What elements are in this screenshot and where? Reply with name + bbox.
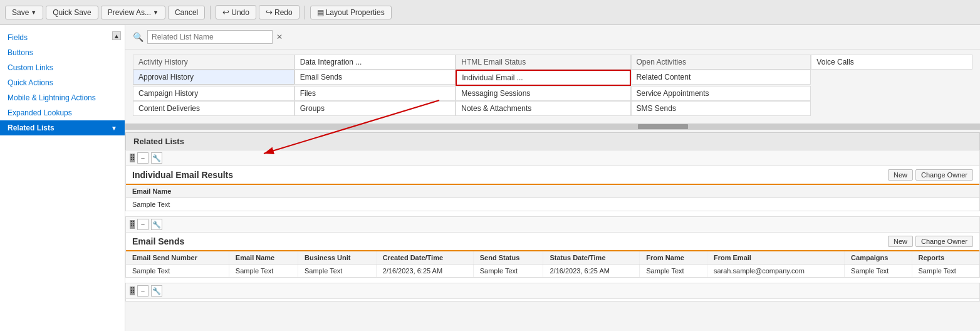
grid-table: Activity HistoryData Integration ...HTML… — [133, 55, 972, 116]
grid-row: Activity HistoryData Integration ...HTML… — [133, 55, 972, 70]
layout-icon: ▤ — [317, 8, 324, 17]
grid-cell-open-activities[interactable]: Open Activities — [631, 55, 811, 70]
grid-cell-notes-attachments[interactable]: Notes & Attachments — [456, 101, 630, 116]
drag-handle-2[interactable]: ⠿ — [130, 220, 135, 229]
divider1 — [210, 6, 211, 19]
quick-save-button[interactable]: Quick Save — [46, 6, 98, 19]
list-block-2-header-row: Email Send Number Email Name Business Un… — [126, 251, 979, 265]
grid-cell-voice-calls[interactable]: Voice Calls — [811, 55, 972, 70]
list-block-1-title-bar: Individual Email Results New Change Owne… — [126, 166, 979, 185]
grid-cell-data-integration[interactable]: Data Integration ... — [295, 55, 456, 70]
list-block-2-table: Email Send Number Email Name Business Un… — [126, 251, 979, 277]
col-from-email: From Email — [707, 251, 844, 265]
save-label: Save — [12, 8, 29, 17]
sidebar-item-related-lists[interactable]: Related Lists ▼ — [0, 120, 125, 135]
list-block-1-actions: New Change Owner — [888, 169, 973, 181]
sidebar-item-fields[interactable]: Fields — [0, 30, 125, 45]
table-row: Sample Text Sample Text Sample Text 2/16… — [126, 265, 979, 278]
table-row: Sample Text — [126, 198, 979, 211]
sidebar-item-custom-links[interactable]: Custom Links — [0, 60, 125, 75]
main-container: ▲ Fields Buttons Custom Links Quick Acti… — [0, 25, 980, 331]
list-block-2-remove-btn[interactable]: − — [137, 219, 149, 230]
list-block-2-new-btn[interactable]: New — [888, 236, 913, 247]
cell-email-send-number: Sample Text — [126, 265, 229, 278]
save-button[interactable]: Save ▼ — [5, 6, 43, 19]
drag-handle-1[interactable]: ⠿ — [130, 154, 135, 162]
cell-campaigns: Sample Text — [845, 265, 912, 278]
cell-from-name: Sample Text — [640, 265, 707, 278]
grid-cell-files[interactable]: Files — [295, 86, 456, 101]
preview-dropdown-arrow: ▼ — [153, 9, 159, 16]
grid-cell-approval-history[interactable]: Approval History — [133, 70, 295, 85]
list-block-individual-email: ⠿ − 🔧 Individual Email Results — [125, 150, 980, 211]
list-block-1-table: Email Name Sample Text — [126, 185, 979, 211]
layout-properties-button[interactable]: ▤ Layout Properties — [310, 6, 392, 19]
list-block-2-actions: New Change Owner — [888, 236, 973, 247]
horizontal-scrollbar[interactable] — [125, 123, 980, 130]
cancel-button[interactable]: Cancel — [168, 6, 205, 19]
grid-cell-campaign-history[interactable]: Campaign History — [133, 86, 295, 101]
grid-row: Approval HistoryEmail SendsIndividual Em… — [133, 70, 972, 86]
grid-row: Campaign HistoryFilesMessaging SessionsS… — [133, 86, 972, 101]
quick-find-clear-button[interactable]: ✕ — [276, 33, 283, 41]
list-block-1-settings-btn[interactable]: 🔧 — [151, 152, 162, 164]
grid-cell-individual-email[interactable]: Individual Email ... — [456, 70, 630, 86]
sidebar-item-expanded-lookups[interactable]: Expanded Lookups — [0, 105, 125, 120]
list-block-email-sends: ⠿ − 🔧 Email Sends New Change Owner Email… — [125, 216, 980, 278]
grid-cell-html-email-status[interactable]: HTML Email Status — [456, 55, 630, 70]
list-block-1-remove-btn[interactable]: − — [137, 152, 149, 164]
grid-cell-groups[interactable]: Groups — [295, 101, 456, 116]
grid-cell-content-deliveries[interactable]: Content Deliveries — [133, 101, 295, 116]
sidebar: ▲ Fields Buttons Custom Links Quick Acti… — [0, 25, 125, 331]
drag-handle-3[interactable]: ⠿ — [130, 286, 135, 295]
redo-label: Redo — [274, 8, 293, 17]
list-block-2-change-owner-btn[interactable]: Change Owner — [915, 236, 973, 247]
sidebar-dropdown-icon: ▼ — [111, 125, 117, 132]
list-block-2-settings-btn[interactable]: 🔧 — [151, 219, 162, 230]
list-block-1-new-btn[interactable]: New — [888, 169, 913, 181]
related-lists-section-header: Related Lists — [125, 132, 980, 150]
list-block-1-title: Individual Email Results — [132, 170, 233, 180]
preview-as-label: Preview As... — [108, 8, 151, 17]
right-panel: 🔍 ✕ Activity HistoryData Integration ...… — [125, 25, 980, 331]
list-block-3: ⠿ − 🔧 — [125, 283, 980, 302]
cancel-label: Cancel — [175, 8, 198, 17]
grid-cell-sms-sends[interactable]: SMS Sends — [631, 101, 811, 116]
preview-as-button[interactable]: Preview As... ▼ — [101, 6, 165, 19]
search-icon: 🔍 — [133, 32, 143, 42]
sidebar-item-buttons[interactable]: Buttons — [0, 45, 125, 60]
grid-cell-related-content[interactable]: Related Content — [631, 70, 811, 85]
list-block-2-toolbar: ⠿ − 🔧 — [126, 217, 979, 233]
grid-cell-messaging-sessions[interactable]: Messaging Sessions — [456, 86, 630, 101]
sidebar-item-mobile-lightning[interactable]: Mobile & Lightning Actions — [0, 90, 125, 105]
redo-icon: ↪ — [266, 8, 273, 17]
undo-icon: ↩ — [222, 8, 229, 17]
grid-cell-service-appointments[interactable]: Service Appointments — [631, 86, 811, 101]
list-block-3-remove-btn[interactable]: − — [137, 285, 149, 297]
sidebar-item-quick-actions[interactable]: Quick Actions — [0, 75, 125, 90]
quick-save-label: Quick Save — [53, 8, 91, 17]
cell-reports: Sample Text — [912, 265, 979, 278]
grid-cell-activity-history[interactable]: Activity History — [133, 55, 295, 70]
col-email-send-number: Email Send Number — [126, 251, 229, 265]
quick-find-input[interactable] — [147, 30, 273, 44]
cell-send-status: Sample Text — [473, 265, 543, 278]
col-business-unit: Business Unit — [298, 251, 377, 265]
undo-button[interactable]: ↩ Undo — [216, 5, 256, 19]
grid-cell-email-sends[interactable]: Email Sends — [295, 70, 456, 85]
cell-created-date: 2/16/2023, 6:25 AM — [376, 265, 473, 278]
list-block-1-change-owner-btn[interactable]: Change Owner — [915, 169, 973, 181]
scroll-thumb — [638, 124, 688, 129]
cell-business-unit: Sample Text — [298, 265, 377, 278]
cell-email-name: Sample Text — [126, 198, 979, 211]
quick-find-bar: 🔍 ✕ — [125, 25, 980, 50]
col-status-date: Status Date/Time — [543, 251, 640, 265]
list-block-2-title-bar: Email Sends New Change Owner — [126, 233, 979, 251]
redo-button[interactable]: ↪ Redo — [259, 5, 300, 19]
cell-status-date: 2/16/2023, 6:25 AM — [543, 265, 640, 278]
divider2 — [305, 6, 305, 19]
sidebar-scroll-up[interactable]: ▲ — [112, 31, 121, 40]
list-block-3-settings-btn[interactable]: 🔧 — [151, 285, 162, 297]
col-from-name: From Name — [640, 251, 707, 265]
col-email-name-2: Email Name — [229, 251, 298, 265]
